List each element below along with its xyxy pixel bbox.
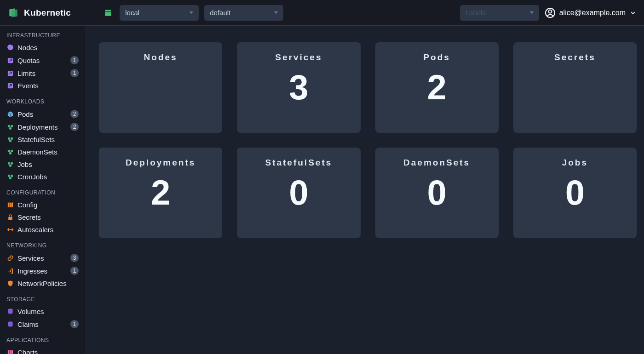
sidebar-item-autoscalers[interactable]: Autoscalers [0,223,85,236]
database-icon [6,320,14,328]
sidebar-item-label: Pods [17,110,67,118]
dashboard-card-services[interactable]: Services3 [237,42,360,133]
brand-name: Kubernetic [24,8,71,18]
sidebar-item-claims[interactable]: Claims1 [0,318,85,331]
main-content: NodesServices3Pods2SecretsDeployments2St… [85,26,644,354]
namespace-dropdown[interactable]: default [204,5,283,21]
sidebar-item-label: Nodes [17,44,79,51]
sidebar-item-secrets[interactable]: Secrets [0,211,85,223]
sidebar-item-volumes[interactable]: Volumes [0,305,85,318]
sidebar-item-label: Autoscalers [17,226,79,234]
dashboard-card-daemonsets[interactable]: DaemonSets0 [375,148,499,238]
caret-down-icon [190,11,193,14]
card-title: Jobs [523,158,627,168]
lock-icon [6,214,14,221]
section-title-storage: STORAGE [0,290,85,305]
card-value: 2 [385,70,489,105]
servers-icon[interactable] [104,9,112,17]
sidebar-item-jobs[interactable]: Jobs [0,158,85,171]
dashboard-card-pods[interactable]: Pods2 [375,42,499,133]
sidebar-item-daemonsets[interactable]: DaemonSets [0,146,85,158]
sidebar-item-statefulsets[interactable]: StatefulSets [0,133,85,146]
card-value: 0 [246,175,351,210]
card-title: Nodes [108,52,213,63]
sidebar-item-label: Limits [17,69,67,77]
user-email: alice@example.com [559,9,626,17]
sidebar: INFRASTRUCTURENodesQuotas1Limits1EventsW… [0,26,85,354]
sidebar-item-label: Events [17,82,79,90]
sidebar-item-label: Quotas [17,57,67,64]
cubes-icon [6,148,14,156]
sidebar-item-deployments[interactable]: Deployments2 [0,120,85,133]
card-title: Secrets [523,52,627,63]
card-title: Deployments [108,158,213,168]
section-title-configuration: CONFIGURATION [0,183,85,199]
sidebar-item-ingresses[interactable]: Ingresses1 [0,264,85,277]
svg-rect-0 [105,10,112,11]
header: Kubernetic local default Labels alice@ex… [0,0,644,26]
sidebar-item-label: NetworkPolicies [17,280,79,287]
section-title-networking: NETWORKING [0,236,85,251]
section-title-workloads: WORKLOADS [0,92,85,108]
sidebar-item-events[interactable]: Events [0,80,85,92]
link-icon [6,254,14,262]
sidebar-item-badge: 1 [70,320,79,328]
sidebar-item-limits[interactable]: Limits1 [0,67,85,80]
sidebar-item-services[interactable]: Services3 [0,251,85,264]
sidebar-item-pods[interactable]: Pods2 [0,108,85,120]
sidebar-item-label: CronJobs [17,173,79,181]
sidebar-item-label: Secrets [17,213,79,221]
dashboard-card-statefulsets[interactable]: StatefulSets0 [237,148,360,238]
arrows-h-icon [6,226,14,234]
labels-dropdown[interactable]: Labels [460,5,539,21]
sidebar-item-label: Config [17,201,79,209]
brand-logo-icon [7,7,19,19]
brand[interactable]: Kubernetic [7,7,71,19]
sidebar-item-badge: 1 [70,267,79,275]
svg-rect-1 [105,12,112,14]
dashboard-card-deployments[interactable]: Deployments2 [99,148,222,238]
sidebar-item-label: DaemonSets [17,148,79,156]
sidebar-item-cronjobs[interactable]: CronJobs [0,171,85,183]
caret-down-icon [530,11,534,14]
cubes-icon [6,173,14,181]
svg-rect-2 [105,14,112,16]
user-avatar-icon [545,7,556,18]
map-icon [6,201,14,209]
dashboard-card-nodes[interactable]: Nodes [99,42,222,133]
sidebar-item-networkpolicies[interactable]: NetworkPolicies [0,277,85,290]
sidebar-item-label: Deployments [17,123,67,131]
dashboard-card-secrets[interactable]: Secrets [513,42,637,133]
card-value: 0 [385,175,489,210]
namespace-dropdown-value: default [210,9,230,17]
cubes-icon [6,161,14,168]
sidebar-item-quotas[interactable]: Quotas1 [0,54,85,67]
arrow-box-icon [6,82,14,90]
sidebar-item-nodes[interactable]: Nodes [0,41,85,54]
sidebar-item-label: Claims [17,320,67,328]
svg-point-4 [548,10,552,13]
shield-icon [6,280,14,287]
labels-dropdown-placeholder: Labels [466,9,486,17]
sidebar-item-charts[interactable]: Charts [0,346,85,354]
sidebar-item-label: Ingresses [17,267,67,275]
card-value: 2 [108,175,213,210]
arrow-box-icon [6,57,14,64]
sidebar-item-badge: 2 [70,110,79,118]
chevron-down-icon [629,9,637,17]
card-value: 3 [246,70,351,105]
sidebar-item-label: Jobs [17,160,79,168]
sidebar-item-config[interactable]: Config [0,199,85,211]
section-title-infrastructure: INFRASTRUCTURE [0,26,85,41]
context-dropdown-value: local [125,9,139,17]
dashboard-card-jobs[interactable]: Jobs0 [513,148,637,238]
arrow-box-icon [6,69,14,77]
context-dropdown[interactable]: local [120,5,199,21]
cubes-icon [6,136,14,143]
user-menu[interactable]: alice@example.com [545,7,637,18]
sidebar-item-badge: 1 [70,69,79,77]
cubes-icon [6,123,14,131]
caret-down-icon [274,11,278,14]
power-icon [6,44,14,51]
card-title: StatefulSets [246,158,351,168]
